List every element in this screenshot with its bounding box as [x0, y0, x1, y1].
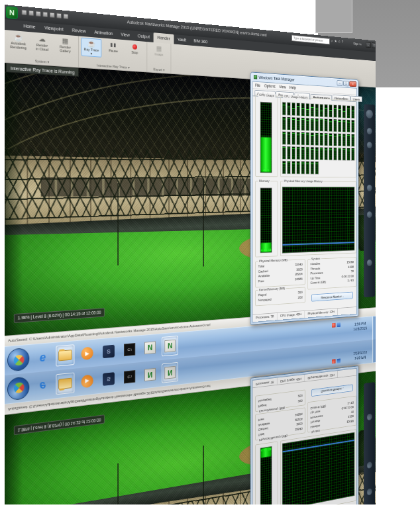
tm-menu-file[interactable]: File	[255, 83, 260, 87]
cpu-core-graph	[296, 117, 300, 131]
search-icon[interactable]: ⌕	[331, 38, 333, 43]
look-icon[interactable]	[367, 211, 372, 218]
save-icon[interactable]	[36, 11, 41, 17]
select-icon[interactable]	[64, 13, 68, 19]
tm-menu-view[interactable]: View	[279, 85, 286, 89]
resource-monitor-button[interactable]: Resource Monitor...	[311, 292, 353, 302]
app-dark-icon: S	[100, 368, 118, 390]
tm-status-item: CPU Usage: 49%	[277, 311, 305, 320]
render-in-cloud-button[interactable]: ☁Render in Cloud	[31, 33, 52, 52]
cpu-core-graph	[315, 146, 319, 160]
cpu-core-graph	[329, 105, 333, 119]
stat-group-label: System	[311, 429, 321, 434]
memory-history-graph	[282, 187, 355, 254]
quick-access-toolbar	[22, 9, 68, 19]
tm-menu-options[interactable]: Options	[264, 83, 276, 88]
internet-explorer-icon[interactable]: e	[33, 346, 52, 369]
cpu-usage-gauge: 49 %	[260, 102, 272, 173]
command-prompt-icon[interactable]: C:\	[121, 339, 138, 360]
steering-wheel-icon[interactable]	[366, 109, 372, 118]
cpu-core-graph	[329, 147, 333, 160]
tm-minimize-button[interactable]: –	[337, 80, 343, 86]
undo-icon[interactable]	[50, 13, 55, 19]
cpu-core-graph	[329, 133, 333, 146]
taskbar-clock[interactable]: 1:56 PM 1/28/2015	[353, 321, 366, 332]
sign-in-button[interactable]: Sign In	[353, 42, 361, 46]
network-blue-icon[interactable]	[337, 322, 341, 327]
minimize-button[interactable]: –	[366, 42, 371, 48]
command-prompt-icon: C:\	[121, 366, 138, 388]
autodesk-rendering-button[interactable]: ☕Autodesk Rendering	[7, 31, 29, 50]
cpu-core-graph	[296, 146, 300, 160]
app-dark-icon[interactable]: S	[100, 341, 118, 363]
cpu-core-graph	[333, 147, 337, 160]
star-icon[interactable]: ★	[334, 39, 337, 44]
print-icon[interactable]	[43, 12, 48, 18]
dropdown-arrow-icon: ▾	[91, 52, 93, 56]
stat-key: Free	[258, 279, 264, 284]
help-icon[interactable]: ?	[342, 40, 344, 44]
alert-red-icon[interactable]	[332, 323, 335, 328]
pause-button[interactable]: ▮▮Pause	[103, 39, 123, 54]
tm-menu-help[interactable]: Help	[289, 85, 296, 90]
cpu-core-graph	[315, 103, 319, 117]
cpu-core-graph	[315, 132, 319, 146]
navisworks-manage-icon: N	[162, 362, 178, 383]
cpu-core-graph	[282, 146, 286, 160]
teapot-icon: ☕	[87, 39, 95, 48]
cpu-core-graph	[324, 119, 328, 132]
show-desktop-button[interactable]	[372, 316, 376, 340]
cpu-core-graph	[287, 160, 291, 174]
render-gallery-button[interactable]: ▦Render Gallery	[55, 35, 76, 54]
tm-close-button[interactable]: ×	[349, 81, 356, 87]
cpu-core-graph	[301, 117, 305, 131]
navisworks-manage-icon[interactable]: N	[162, 336, 178, 356]
notification-area	[332, 358, 341, 363]
pan-icon[interactable]	[367, 128, 372, 134]
navigation-bar[interactable]	[364, 104, 375, 297]
cpu-core-graph	[291, 103, 295, 117]
cpu-core-graph	[333, 119, 337, 132]
cpu-core-graph	[319, 118, 323, 132]
maximize-button[interactable]: □	[372, 42, 376, 48]
task-manager-body: FileOptionsViewHelp ApplicationsProcesse…	[252, 368, 357, 527]
show-desktop-button	[372, 339, 376, 362]
tm-maximize-button[interactable]: □	[343, 81, 349, 87]
cpu-core-graph	[329, 119, 333, 132]
application-menu-button[interactable]: N	[6, 6, 18, 19]
cpu-core-graph	[351, 120, 355, 133]
cpu-core-graph	[305, 146, 309, 160]
orbit-icon	[367, 488, 372, 495]
orbit-icon[interactable]	[367, 185, 372, 191]
tm-status-item: Processes: 78	[253, 378, 278, 388]
stat-value: 263	[298, 295, 303, 300]
zoom-icon[interactable]	[367, 142, 372, 148]
cpu-core-graph	[342, 133, 346, 146]
ray-trace-button[interactable]: ☕Ray Trace▾	[81, 38, 101, 58]
stat-value: 3 / 63	[347, 278, 354, 283]
ribbon-group-system: ☕Autodesk Rendering☁Render in Cloud▦Rend…	[5, 30, 79, 68]
task-manager-body: FileOptionsViewHelp ApplicationsProcesse…	[252, 81, 357, 322]
cpu-core-graph	[324, 104, 328, 118]
open-icon[interactable]	[28, 10, 34, 16]
windows-explorer-icon[interactable]	[56, 344, 74, 366]
gallery-icon: ▦	[62, 36, 69, 45]
start-button[interactable]	[7, 348, 29, 372]
media-player-icon[interactable]: ▶	[78, 342, 96, 364]
task-manager-icon	[254, 75, 257, 79]
redo-icon[interactable]	[56, 13, 62, 18]
home-icon[interactable]: ⌂	[339, 39, 341, 44]
walk-icon[interactable]	[367, 260, 372, 266]
stop-button[interactable]: Stop	[125, 41, 144, 56]
memory-value: 4.09 GB	[260, 248, 271, 252]
stat-value: 78	[351, 409, 354, 414]
cpu-core-graph	[342, 105, 346, 119]
cpu-core-graph	[319, 104, 323, 118]
cpu-core-graph	[342, 148, 346, 161]
stat-value: 3600	[296, 421, 302, 427]
infocenter-search-input[interactable]: Type a keyword or phrase	[291, 35, 329, 45]
app-menu-icon[interactable]	[22, 9, 27, 15]
cpu-core-graph	[301, 161, 305, 175]
navisworks-freedom-icon[interactable]: N	[142, 337, 158, 358]
cpu-core-graph	[315, 161, 319, 174]
